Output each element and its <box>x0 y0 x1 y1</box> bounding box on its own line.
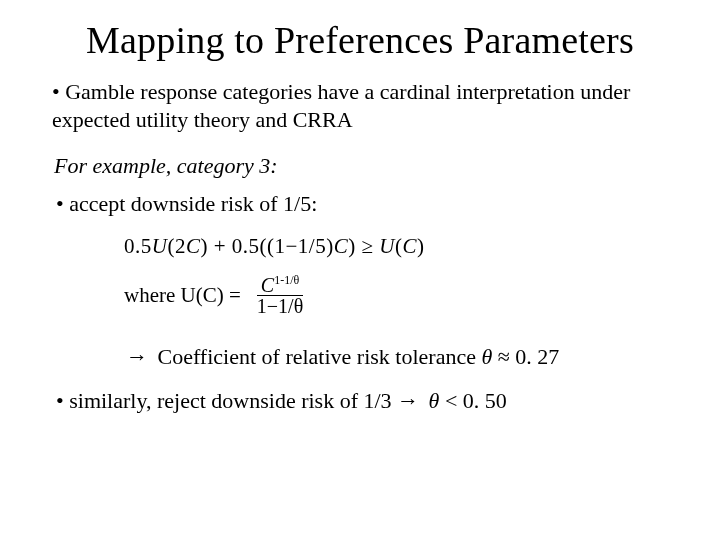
theta-symbol: θ <box>481 344 492 369</box>
example-label: For example, category 3: <box>54 152 686 180</box>
bullet-accept: • accept downside risk of 1/5: <box>56 190 686 218</box>
math-where: where U(C) = C1-1/θ 1−1/θ <box>124 274 686 318</box>
fraction-denominator: 1−1/θ <box>253 296 307 317</box>
coefficient-line: → Coefficient of relative risk tolerance… <box>126 343 686 371</box>
slide-body: • Gamble response categories have a card… <box>34 78 686 415</box>
similar-value: 0. 50 <box>463 388 507 413</box>
bullet-intro: • Gamble response categories have a card… <box>52 78 686 134</box>
theta-symbol-2: θ <box>429 388 440 413</box>
frac-num-base: C <box>261 273 274 295</box>
slide-title: Mapping to Preferences Parameters <box>34 18 686 62</box>
lt-symbol: < <box>439 388 462 413</box>
math-inequality: 0.5U(2C) + 0.5((1−1/5)C) ≥ U(C) <box>124 233 686 260</box>
bullet-similar: • similarly, reject downside risk of 1/3… <box>56 387 686 415</box>
arrow-icon: → <box>397 388 419 413</box>
arrow-icon: → <box>126 344 148 369</box>
fraction: C1-1/θ 1−1/θ <box>253 274 307 318</box>
fraction-numerator: C1-1/θ <box>257 274 303 297</box>
where-prefix: where U(C) = <box>124 282 241 309</box>
similar-prefix: • similarly, reject downside risk of 1/3 <box>56 388 397 413</box>
coef-text: Coefficient of relative risk tolerance <box>158 344 482 369</box>
slide: Mapping to Preferences Parameters • Gamb… <box>0 0 720 540</box>
coef-value: 0. 27 <box>515 344 559 369</box>
approx-symbol: ≈ <box>492 344 515 369</box>
math-block: 0.5U(2C) + 0.5((1−1/5)C) ≥ U(C) where U(… <box>124 233 686 318</box>
frac-num-exp: 1-1/θ <box>274 273 299 287</box>
